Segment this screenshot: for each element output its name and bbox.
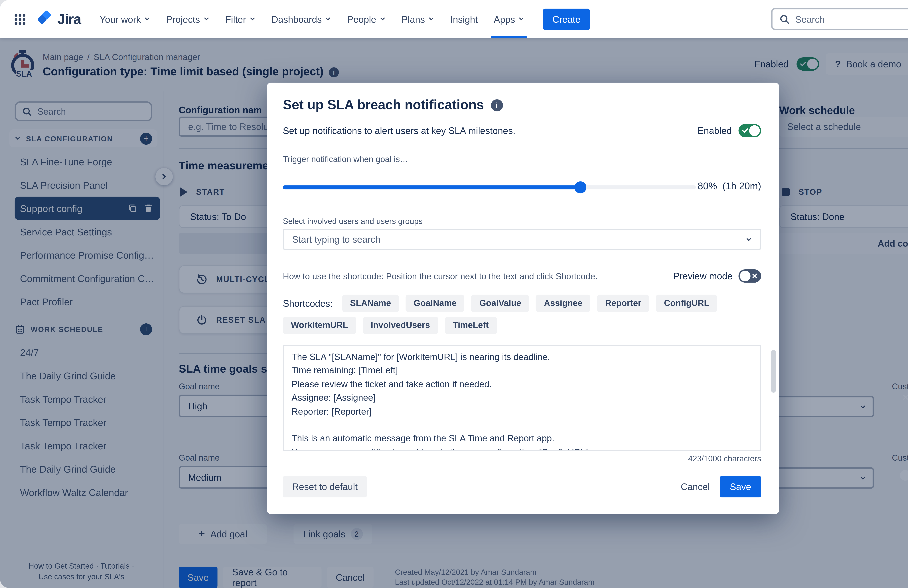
nav-label: Insight xyxy=(450,14,478,24)
shortcode-chip[interactable]: WorkItemURL xyxy=(283,316,356,334)
shortcode-chip[interactable]: SLAName xyxy=(342,295,399,312)
nav-your-work[interactable]: Your work xyxy=(100,0,150,38)
nav-filter[interactable]: Filter xyxy=(225,0,256,38)
search-icon xyxy=(779,14,790,24)
goal-slider-thumb[interactable] xyxy=(575,181,586,193)
involved-users-select[interactable]: Start typing to search xyxy=(283,229,761,250)
nav-label: Filter xyxy=(225,14,246,24)
nav-people[interactable]: People xyxy=(347,0,386,38)
trigger-label: Trigger notification when goal is… xyxy=(283,154,408,164)
info-icon[interactable]: i xyxy=(491,99,503,111)
character-counter: 423/1000 characters xyxy=(688,454,761,463)
nav-projects[interactable]: Projects xyxy=(166,0,209,38)
preview-mode-toggle[interactable] xyxy=(739,269,761,283)
chevron-down-icon xyxy=(325,16,331,22)
chevron-down-icon xyxy=(203,16,209,22)
preview-mode: Preview mode xyxy=(673,269,761,283)
notification-message-text: The SLA "[SLAName]" for [WorkItemURL] is… xyxy=(291,350,745,451)
modal-subtitle: Set up notifications to alert users at k… xyxy=(283,125,515,136)
goal-slider-fill xyxy=(283,185,584,189)
shortcodes-label: Shortcodes: xyxy=(283,298,333,309)
enabled-label: Enabled xyxy=(697,125,732,136)
app-switcher-icon[interactable] xyxy=(13,12,26,26)
goal-slider-value: 80% (1h 20m) xyxy=(698,181,761,191)
nav-apps[interactable]: Apps xyxy=(494,0,525,38)
modal-save-button[interactable]: Save xyxy=(720,476,761,498)
app-window: Jira Your work Projects Filter Dashboard… xyxy=(0,0,908,588)
nav-right: 9+ ? xyxy=(771,8,908,30)
shortcode-chip[interactable]: ConfigURL xyxy=(656,295,717,312)
top-nav: Jira Your work Projects Filter Dashboard… xyxy=(0,0,908,38)
sla-breach-notifications-modal: Set up SLA breach notifications i Set up… xyxy=(267,83,779,514)
create-button[interactable]: Create xyxy=(543,8,590,30)
toggle-thumb xyxy=(740,271,750,281)
modal-title: Set up SLA breach notifications xyxy=(283,97,484,112)
reset-to-default-button[interactable]: Reset to default xyxy=(283,476,367,498)
shortcode-help-row: How to use the shortcode: Position the c… xyxy=(283,269,761,283)
nav-label: People xyxy=(347,14,376,24)
nav-label: Apps xyxy=(494,14,515,24)
chevron-down-icon xyxy=(518,16,525,22)
toggle-thumb xyxy=(749,125,760,136)
notification-message-textarea[interactable]: The SLA "[SLAName]" for [WorkItemURL] is… xyxy=(283,345,761,451)
primary-nav: Your work Projects Filter Dashboards Peo… xyxy=(92,0,533,38)
check-icon xyxy=(742,127,749,134)
nav-label: Dashboards xyxy=(271,14,322,24)
nav-label: Projects xyxy=(166,14,200,24)
jira-logo-text: Jira xyxy=(57,11,81,27)
select-placeholder: Start typing to search xyxy=(292,234,380,245)
shortcode-chip[interactable]: TimeLeft xyxy=(445,316,497,334)
notifications-enabled: Enabled xyxy=(697,124,761,137)
chevron-down-icon xyxy=(380,16,386,22)
jira-mark-icon xyxy=(36,10,53,28)
global-search-input[interactable] xyxy=(795,14,908,24)
grid-icon xyxy=(13,12,26,26)
modal-subtitle-row: Set up notifications to alert users at k… xyxy=(283,124,761,137)
involved-users-label: Select involved users and users groups xyxy=(283,217,423,226)
nav-dashboards[interactable]: Dashboards xyxy=(271,0,331,38)
jira-logo[interactable]: Jira xyxy=(36,10,81,28)
modal-footer: Reset to default Cancel Save xyxy=(283,476,761,498)
modal-title-row: Set up SLA breach notifications i xyxy=(283,97,503,112)
shortcode-chip[interactable]: Reporter xyxy=(597,295,649,312)
preview-mode-label: Preview mode xyxy=(673,271,733,281)
chevron-down-icon xyxy=(746,236,752,242)
shortcode-chip[interactable]: GoalValue xyxy=(471,295,529,312)
modal-cancel-button[interactable]: Cancel xyxy=(671,481,720,492)
global-search[interactable] xyxy=(771,8,908,30)
nav-plans[interactable]: Plans xyxy=(401,0,434,38)
nav-insight[interactable]: Insight xyxy=(450,0,478,38)
nav-label: Your work xyxy=(100,14,141,24)
chevron-down-icon xyxy=(250,16,255,22)
shortcode-help: How to use the shortcode: Position the c… xyxy=(283,271,598,281)
notifications-enabled-toggle[interactable] xyxy=(739,124,761,137)
shortcodes-row: Shortcodes: SLAName GoalName GoalValue A… xyxy=(283,295,761,334)
chevron-down-icon xyxy=(144,16,150,22)
chevron-down-icon xyxy=(428,16,434,22)
screen: Jira Your work Projects Filter Dashboard… xyxy=(0,0,908,588)
nav-label: Plans xyxy=(401,14,425,24)
shortcode-chip[interactable]: Assignee xyxy=(536,295,591,312)
goal-slider-track[interactable] xyxy=(283,185,696,189)
cross-icon xyxy=(752,273,758,279)
shortcode-chip[interactable]: InvolvedUsers xyxy=(363,316,438,334)
textarea-scrollbar[interactable] xyxy=(771,350,776,393)
shortcode-chip[interactable]: GoalName xyxy=(406,295,465,312)
